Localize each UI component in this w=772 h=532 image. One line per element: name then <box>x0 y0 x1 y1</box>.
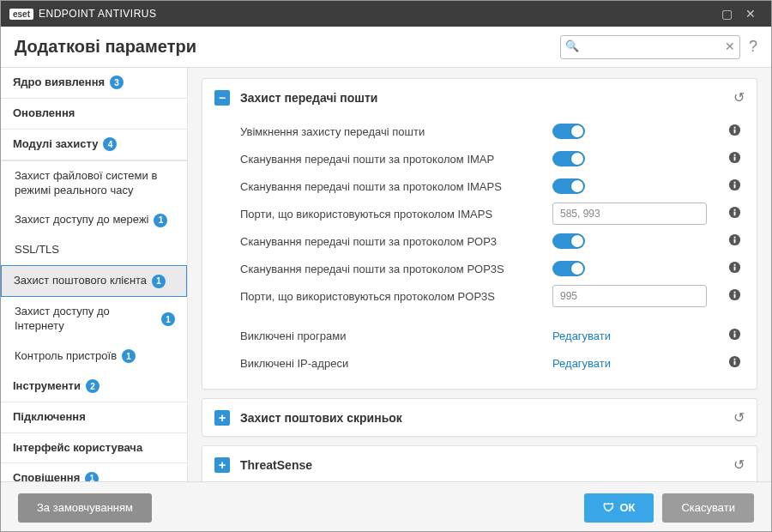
sidebar-item-label: Захист файлової системи в режимі реально… <box>15 169 175 198</box>
port-input[interactable] <box>552 285 707 307</box>
sidebar-badge: 1 <box>154 214 167 227</box>
svg-rect-1 <box>733 130 735 134</box>
reset-icon[interactable]: ↺ <box>733 89 745 106</box>
setting-label: Порти, що використовуються протоколом PO… <box>240 290 552 303</box>
info-icon[interactable] <box>724 233 745 249</box>
info-icon[interactable] <box>724 178 745 194</box>
expand-icon[interactable]: + <box>214 457 230 473</box>
setting-label: Сканування передачі пошти за протоколом … <box>240 153 552 166</box>
setting-row: Виключені програмиРедагувати <box>240 322 745 349</box>
collapse-icon[interactable]: − <box>214 90 230 106</box>
setting-row: Порти, що використовуються протоколом IM… <box>240 200 745 227</box>
setting-row: Порти, що використовуються протоколом PO… <box>240 282 745 310</box>
setting-label: Виключені IP-адреси <box>240 357 552 370</box>
info-icon[interactable] <box>724 206 745 221</box>
shield-icon: 🛡 <box>603 501 614 514</box>
toggle-switch[interactable] <box>552 178 585 194</box>
ok-button[interactable]: 🛡ОК <box>584 493 654 523</box>
edit-link[interactable]: Редагувати <box>552 357 611 370</box>
reset-icon[interactable]: ↺ <box>733 456 745 473</box>
sidebar-subitem[interactable]: Захист файлової системи в режимі реально… <box>1 160 187 206</box>
svg-rect-25 <box>733 361 735 366</box>
panel-header[interactable]: +ThreatSense↺ <box>202 446 757 481</box>
setting-row: Сканування передачі пошти за протоколом … <box>240 255 745 282</box>
port-input[interactable] <box>552 203 707 225</box>
sidebar-subitem[interactable]: Контроль пристроїв1 <box>1 342 187 372</box>
panel-title: Захист передачі пошти <box>240 91 733 105</box>
toggle-switch[interactable] <box>552 151 585 166</box>
sidebar-badge: 4 <box>103 137 117 151</box>
sidebar-item-label: Модулі захисту <box>13 137 98 152</box>
setting-label: Сканування передачі пошти за протоколом … <box>240 235 552 248</box>
panel-title: Захист поштових скриньок <box>240 411 733 425</box>
sidebar-item-label: Інструменти <box>13 379 81 394</box>
info-icon[interactable] <box>724 124 745 139</box>
sidebar-item[interactable]: Інтерфейс користувача <box>1 433 187 464</box>
sidebar-badge: 1 <box>122 349 136 363</box>
svg-rect-13 <box>733 239 735 244</box>
sidebar-item[interactable]: Модулі захисту4 <box>1 130 187 160</box>
page-title: Додаткові параметри <box>15 37 560 57</box>
toggle-switch[interactable] <box>552 124 585 139</box>
sidebar-subitem[interactable]: Захист доступу до мережі1 <box>1 205 187 235</box>
sidebar-item-label: Захист доступу до Інтернету <box>15 305 156 334</box>
info-icon[interactable] <box>724 261 745 276</box>
help-icon[interactable]: ? <box>749 38 757 56</box>
clear-search-icon[interactable]: ✕ <box>725 39 735 53</box>
sidebar-item-label: Ядро виявлення <box>13 76 105 90</box>
panel-email-transport: − Захист передачі пошти ↺ Увімкнення зах… <box>202 78 757 390</box>
info-icon[interactable] <box>724 355 745 371</box>
search-input[interactable] <box>560 35 740 59</box>
setting-label: Сканування передачі пошти за протоколом … <box>240 263 552 275</box>
titlebar: eset ENDPOINT ANTIVIRUS ▢ ✕ <box>1 1 771 27</box>
panel-collapsed: +Захист поштових скриньок↺ <box>202 398 757 437</box>
toggle-switch[interactable] <box>552 233 585 249</box>
footer: За замовчуванням 🛡ОК Скасувати <box>1 481 771 532</box>
ok-label: ОК <box>619 501 635 514</box>
brand-logo: eset <box>9 9 33 20</box>
edit-link[interactable]: Редагувати <box>552 329 611 342</box>
reset-icon[interactable]: ↺ <box>733 409 745 426</box>
panel-body: Увімкнення захисту передачі поштиСканува… <box>202 116 757 389</box>
sidebar-badge: 1 <box>152 275 166 288</box>
subheader: Додаткові параметри 🔍 ✕ ? <box>1 27 771 68</box>
info-icon[interactable] <box>724 151 745 166</box>
svg-rect-5 <box>733 154 735 156</box>
defaults-button[interactable]: За замовчуванням <box>18 493 152 523</box>
product-name: ENDPOINT ANTIVIRUS <box>39 8 156 20</box>
sidebar-item-label: Захист поштового клієнта <box>14 274 147 288</box>
panel-title: ThreatSense <box>240 458 733 472</box>
sidebar-subitem[interactable]: Захист доступу до Інтернету1 <box>1 297 187 342</box>
setting-row: Увімкнення захисту передачі пошти <box>240 118 745 145</box>
svg-rect-8 <box>733 182 735 184</box>
sidebar-item[interactable]: Сповіщення1 <box>1 463 187 481</box>
svg-rect-26 <box>733 359 735 360</box>
toggle-switch[interactable] <box>552 261 585 276</box>
sidebar-subitem[interactable]: SSL/TLS <box>1 235 187 265</box>
info-icon[interactable] <box>724 328 745 343</box>
sidebar-item[interactable]: Ядро виявлення3 <box>1 68 187 99</box>
sidebar-item-label: Підключення <box>13 410 86 425</box>
setting-label: Сканування передачі пошти за протоколом … <box>240 180 552 193</box>
setting-label: Увімкнення захисту передачі пошти <box>240 125 552 138</box>
sidebar-subitem[interactable]: Захист поштового клієнта1 <box>1 265 187 297</box>
svg-rect-20 <box>733 292 735 293</box>
content-area: − Захист передачі пошти ↺ Увімкнення зах… <box>188 68 771 481</box>
sidebar-item[interactable]: Інструменти2 <box>1 372 187 402</box>
setting-row: Сканування передачі пошти за протоколом … <box>240 227 745 255</box>
window-maximize-icon[interactable]: ▢ <box>715 2 739 26</box>
panel-header[interactable]: +Захист поштових скриньок↺ <box>202 399 757 436</box>
sidebar-item[interactable]: Оновлення <box>1 99 187 130</box>
sidebar-item-label: SSL/TLS <box>15 243 59 257</box>
panel-collapsed: +ThreatSense↺ <box>202 445 757 481</box>
window-close-icon[interactable]: ✕ <box>739 2 763 26</box>
sidebar-item[interactable]: Підключення <box>1 402 187 433</box>
cancel-button[interactable]: Скасувати <box>662 493 754 523</box>
setting-row: Сканування передачі пошти за протоколом … <box>240 172 745 200</box>
setting-row: Сканування передачі пошти за протоколом … <box>240 145 745 172</box>
panel-header-email-transport[interactable]: − Захист передачі пошти ↺ <box>202 79 757 116</box>
expand-icon[interactable]: + <box>214 410 230 426</box>
setting-label: Виключені програми <box>240 329 552 342</box>
setting-label: Порти, що використовуються протоколом IM… <box>240 208 552 221</box>
info-icon[interactable] <box>724 288 745 304</box>
